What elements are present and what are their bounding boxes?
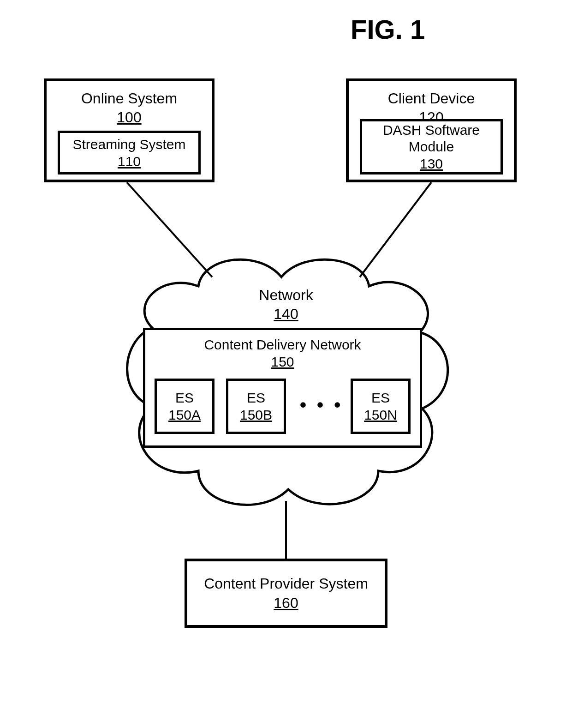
dash-module-label-2: Module — [409, 138, 454, 155]
network-label: Network — [217, 286, 355, 304]
client-device-label: Client Device — [388, 90, 475, 107]
content-provider-box: Content Provider System 160 — [185, 559, 387, 628]
dash-module-label-1: DASH Software — [383, 122, 480, 138]
online-system-number: 100 — [117, 109, 141, 126]
connector-client-to-network — [360, 182, 431, 277]
es-150a-box: ES 150A — [155, 379, 214, 434]
streaming-system-box: Streaming System 110 — [58, 131, 201, 174]
es-150n-number: 150N — [364, 407, 397, 423]
cdn-number: 150 — [271, 354, 294, 370]
connector-online-to-network — [127, 182, 212, 277]
es-150b-label: ES — [247, 390, 265, 406]
es-150n-label: ES — [371, 390, 390, 406]
dash-module-number: 130 — [420, 156, 443, 172]
figure-title: FIG. 1 — [351, 14, 425, 45]
dash-module-box: DASH Software Module 130 — [360, 119, 503, 174]
streaming-system-label: Streaming System — [72, 136, 185, 153]
es-150b-box: ES 150B — [226, 379, 286, 434]
network-label-group: Network 140 — [217, 286, 355, 323]
streaming-system-number: 110 — [118, 154, 141, 169]
diagram-canvas: FIG. 1 Online System 100 Streaming Syste… — [0, 0, 572, 728]
content-provider-label: Content Provider System — [204, 575, 368, 592]
cdn-label: Content Delivery Network — [204, 337, 361, 353]
es-150n-box: ES 150N — [351, 379, 411, 434]
online-system-label: Online System — [81, 90, 177, 107]
network-number: 140 — [217, 306, 355, 323]
content-provider-number: 160 — [274, 595, 298, 612]
es-ellipsis: • • • — [300, 395, 343, 415]
es-150b-number: 150B — [240, 407, 272, 423]
es-150a-label: ES — [175, 390, 194, 406]
es-150a-number: 150A — [168, 407, 201, 423]
